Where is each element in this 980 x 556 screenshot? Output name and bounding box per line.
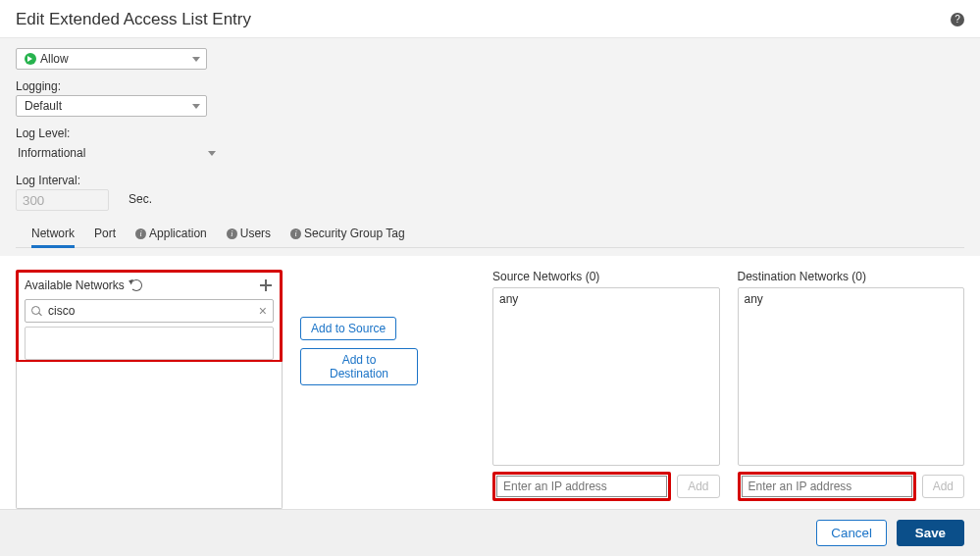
destination-ip-highlight [738,472,916,501]
log-interval-label: Log Interval: [16,174,109,187]
add-to-destination-button[interactable]: Add to Destination [300,348,418,385]
add-network-icon[interactable] [258,278,274,293]
available-search-input[interactable] [46,303,259,319]
logging-label: Logging: [16,79,964,93]
tab-users[interactable]: i Users [227,221,271,247]
allow-icon [25,53,36,65]
list-item[interactable]: any [745,292,958,306]
action-value: Allow [40,52,69,66]
source-ip-highlight [492,472,671,501]
save-button[interactable]: Save [897,520,964,546]
add-to-source-button[interactable]: Add to Source [300,317,396,340]
dialog-title: Edit Extended Access List Entry [16,10,251,29]
info-icon: i [290,228,301,239]
log-level-label: Log Level: [16,126,964,140]
cancel-button[interactable]: Cancel [816,520,887,546]
help-icon[interactable]: ? [951,13,964,26]
destination-networks-list[interactable]: any [738,287,965,466]
log-interval-input[interactable] [16,189,109,211]
available-networks-highlight: Available Networks × [16,270,283,363]
log-level-select[interactable]: Informational [16,142,222,164]
logging-select[interactable]: Default [16,95,207,117]
source-add-button: Add [677,475,719,498]
source-ip-input[interactable] [496,476,667,497]
tab-network[interactable]: Network [31,221,75,248]
source-networks-title: Source Networks (0) [492,270,599,283]
destination-networks-title: Destination Networks (0) [738,270,866,283]
available-results-top[interactable] [25,327,274,360]
info-icon: i [135,228,146,239]
log-level-value: Informational [18,146,85,160]
logging-value: Default [25,99,62,113]
chevron-down-icon [208,151,216,156]
available-networks-title: Available Networks [25,278,125,292]
available-networks-list[interactable] [16,362,283,509]
clear-search-icon[interactable]: × [259,304,267,318]
action-select[interactable]: Allow [16,48,207,70]
destination-ip-input[interactable] [742,476,912,497]
destination-add-button: Add [922,475,964,498]
tab-port[interactable]: Port [94,221,116,247]
chevron-down-icon [192,104,200,109]
search-icon [31,306,42,317]
chevron-down-icon [192,57,200,62]
info-icon: i [227,228,237,239]
log-interval-unit: Sec. [129,192,152,206]
refresh-icon[interactable] [130,279,142,291]
tab-sgt[interactable]: i Security Group Tag [290,221,405,247]
list-item[interactable]: any [499,292,713,306]
source-networks-list[interactable]: any [492,287,720,466]
tab-application[interactable]: i Application [135,221,207,247]
